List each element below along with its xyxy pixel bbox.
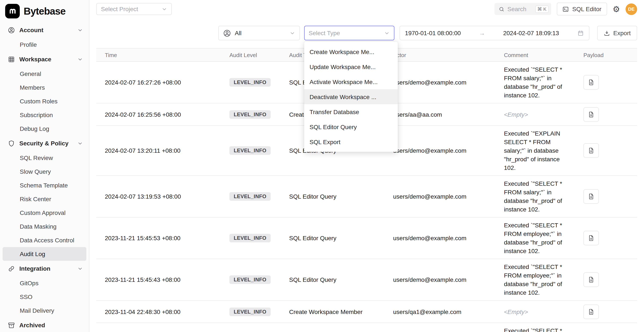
bytebase-logo-icon: [5, 4, 20, 18]
type-menu-item-transfer-database[interactable]: Transfer Database: [304, 104, 398, 119]
type-menu-item-activate-workspace-me[interactable]: Activate Workspace Me...: [304, 74, 398, 89]
cell-comment: Executed `"SELECT * FROM salary;"` in da…: [495, 62, 575, 103]
cell-actor: users/demo@example.com: [384, 273, 495, 287]
payload-view-button[interactable]: [584, 189, 599, 204]
cell-payload: [575, 269, 637, 290]
sidebar-item-general[interactable]: General: [2, 67, 86, 81]
column-header-audit-level: Audit Level: [221, 52, 280, 58]
table-row: 2024-02-07 13:19:53 +08:00 LEVEL_INFO SQ…: [96, 176, 637, 217]
type-menu-item-update-workspace-me[interactable]: Update Workspace Me...: [304, 59, 398, 74]
settings-gear-icon[interactable]: ⚙: [613, 5, 620, 13]
cell-payload: [575, 301, 637, 322]
shield-icon: [8, 140, 15, 147]
payload-view-button[interactable]: [584, 231, 599, 245]
topbar-actions: Search ⌘ K SQL Editor ⚙ DE: [494, 2, 637, 15]
sidebar-item-profile[interactable]: Profile: [2, 38, 86, 51]
terminal-icon: [562, 6, 569, 12]
project-select[interactable]: Select Project: [96, 3, 172, 15]
date-to-value: 2024-02-07 18:09:13: [503, 30, 559, 36]
actor-scope-select[interactable]: All: [218, 26, 300, 40]
cell-time: 2024-02-07 13:19:53 +08:00: [96, 190, 221, 203]
sql-editor-button[interactable]: SQL Editor: [557, 2, 607, 15]
cell-audit-level: LEVEL_INFO: [221, 304, 280, 319]
date-range-picker[interactable]: 1970-01-01 08:00:00 → 2024-02-07 18:09:1…: [399, 26, 589, 40]
cell-time: 2023-11-04 22:48:30 +08:00: [96, 305, 221, 319]
table-row: 2023-11-21 15:45:53 +08:00 LEVEL_INFO SQ…: [96, 217, 637, 259]
type-menu-item-sql-editor-query[interactable]: SQL Editor Query: [304, 119, 398, 134]
sidebar-item-sso[interactable]: SSO: [2, 290, 86, 304]
cell-actor: users/demo@example.com: [384, 190, 495, 203]
export-button[interactable]: Export: [597, 26, 637, 40]
column-header-comment: Comment: [495, 52, 575, 58]
audit-type-dropdown-menu: Create Workspace Me...Update Workspace M…: [304, 42, 398, 152]
payload-view-button[interactable]: [584, 272, 599, 287]
cell-comment: <Empty>: [495, 304, 575, 319]
cell-audit-level: LEVEL_INFO: [221, 272, 280, 287]
level-badge: LEVEL_INFO: [230, 110, 271, 119]
cell-comment: Executed `"EXPLAIN SELECT * FROM salary;…: [495, 126, 575, 175]
audit-type-select-wrap: Select Type Create Workspace Me...Update…: [304, 26, 394, 40]
type-menu-item-create-workspace-me[interactable]: Create Workspace Me...: [304, 44, 398, 59]
level-badge: LEVEL_INFO: [230, 275, 271, 284]
main-area: Select Project Search ⌘ K SQL: [89, 0, 644, 332]
avatar[interactable]: DE: [626, 3, 637, 15]
cell-actor: users/demo@example.com: [384, 231, 495, 245]
type-menu-item-deactivate-workspace[interactable]: Deactivate Workspace ...: [304, 89, 398, 104]
table-row: 2023-11-21 15:45:43 +08:00 LEVEL_INFO SQ…: [96, 259, 637, 301]
app-window: Bytebase Account Profile Workspace Gener…: [0, 0, 644, 332]
type-select-placeholder: Select Type: [309, 30, 340, 36]
cell-audit-level: LEVEL_INFO: [221, 107, 280, 122]
chevron-down-icon: [162, 6, 167, 12]
brand-logo[interactable]: Bytebase: [0, 0, 89, 22]
chevron-down-icon: [77, 266, 83, 271]
sidebar-item-custom-roles[interactable]: Custom Roles: [2, 94, 86, 108]
cell-payload: [575, 227, 637, 249]
topbar: Select Project Search ⌘ K SQL: [89, 0, 644, 14]
search-shortcut-kbd: ⌘ K: [535, 5, 548, 13]
sidebar-section-label: Archived: [19, 322, 45, 329]
payload-view-button[interactable]: [584, 304, 599, 319]
sidebar-item-data-access-control[interactable]: Data Access Control: [2, 233, 86, 247]
sidebar-item-debug-log[interactable]: Debug Log: [2, 122, 86, 136]
cell-time: 2023-11-21 15:45:43 +08:00: [96, 273, 221, 287]
sidebar-item-slow-query[interactable]: Slow Query: [2, 165, 86, 178]
sidebar-section-integration[interactable]: Integration: [0, 261, 89, 276]
sidebar-item-custom-approval[interactable]: Custom Approval: [2, 206, 86, 220]
cell-actor: users/qa1@example.com: [384, 305, 495, 319]
payload-view-button[interactable]: [584, 143, 599, 158]
level-badge: LEVEL_INFO: [230, 146, 271, 155]
sidebar-item-audit-log[interactable]: Audit Log: [2, 247, 86, 261]
sidebar-section-label: Account: [19, 27, 44, 33]
cell-payload: [575, 72, 637, 93]
type-menu-item-sql-export[interactable]: SQL Export: [304, 134, 398, 149]
search-placeholder: Search: [508, 5, 526, 12]
sidebar-item-members[interactable]: Members: [2, 81, 86, 94]
sidebar-item-mail-delivery[interactable]: Mail Delivery: [2, 304, 86, 318]
chevron-down-icon: [77, 56, 83, 62]
chevron-down-icon: [77, 141, 83, 146]
table-row: 2023-11-04 21:26:34 +08:00 LEVEL_INFO SQ…: [96, 323, 637, 332]
arrow-right-icon: →: [479, 30, 485, 36]
sidebar-section-account[interactable]: Account: [0, 22, 89, 38]
sidebar-section-archived[interactable]: Archived: [0, 318, 89, 332]
sidebar-item-subscription[interactable]: Subscription: [2, 108, 86, 122]
sidebar-item-risk-center[interactable]: Risk Center: [2, 192, 86, 206]
table-row: 2023-11-04 22:48:30 +08:00 LEVEL_INFO Cr…: [96, 301, 637, 323]
sidebar-item-sql-review[interactable]: SQL Review: [2, 151, 86, 165]
cell-audit-type: SQL Editor Query: [280, 190, 384, 203]
sidebar-item-data-masking[interactable]: Data Masking: [2, 220, 86, 233]
sidebar-section-workspace[interactable]: Workspace: [0, 51, 89, 67]
search-icon: [499, 6, 504, 12]
sidebar-item-schema-template[interactable]: Schema Template: [2, 178, 86, 192]
payload-view-button[interactable]: [584, 107, 599, 122]
sidebar-section-security-policy[interactable]: Security & Policy: [0, 136, 89, 151]
audit-type-select[interactable]: Select Type: [304, 26, 394, 40]
sidebar-item-gitops[interactable]: GitOps: [2, 276, 86, 290]
cell-audit-level: LEVEL_INFO: [221, 230, 280, 246]
search-input[interactable]: Search ⌘ K: [494, 3, 551, 15]
cell-audit-level: LEVEL_INFO: [221, 75, 280, 90]
payload-view-button[interactable]: [584, 75, 599, 90]
cell-actor: users/demo@example.com: [384, 144, 495, 158]
cell-payload: [575, 140, 637, 161]
link-icon: [8, 265, 15, 272]
